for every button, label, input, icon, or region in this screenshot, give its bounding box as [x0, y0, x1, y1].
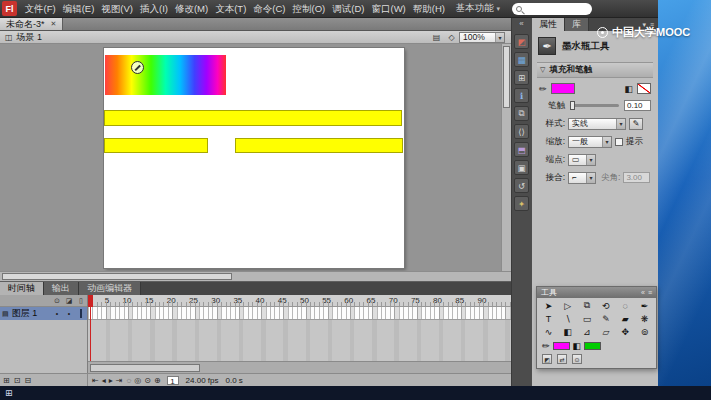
- tool-icon[interactable]: ⊿: [577, 325, 596, 338]
- tool-icon[interactable]: ▱: [596, 325, 615, 338]
- menu-item[interactable]: 调试(D): [329, 0, 368, 18]
- tool-icon[interactable]: ✥: [616, 325, 635, 338]
- tool-icon[interactable]: T: [539, 312, 558, 325]
- edit-stroke-style-button[interactable]: ✎: [629, 118, 643, 130]
- tool-icon[interactable]: ✒: [635, 299, 654, 312]
- tab-output[interactable]: 输出: [44, 282, 79, 295]
- tab-timeline[interactable]: 时间轴: [0, 282, 44, 295]
- new-layer-button[interactable]: ⊞: [3, 376, 10, 385]
- edit-multiple-frames-icon[interactable]: ⊙: [144, 376, 151, 385]
- layer-lock-dot[interactable]: •: [63, 310, 75, 317]
- onion-skin-icon[interactable]: ◌: [126, 376, 131, 385]
- workspace-switcher[interactable]: 基本功能 ▾: [455, 2, 500, 15]
- tool-icon[interactable]: ⊚: [635, 325, 654, 338]
- tool-option-icon[interactable]: ◩: [542, 354, 552, 364]
- tool-icon[interactable]: ▰: [616, 312, 635, 325]
- stroke-weight-input[interactable]: 0.10: [624, 100, 651, 111]
- new-folder-button[interactable]: ⊡: [14, 376, 21, 385]
- cap-select[interactable]: ▭ ▾: [568, 154, 596, 166]
- scale-select[interactable]: 一般 ▾: [568, 136, 612, 148]
- layer-outline-swatch[interactable]: [75, 310, 87, 317]
- slider-thumb[interactable]: [570, 101, 575, 110]
- stroke-color-swatch[interactable]: [553, 342, 570, 350]
- panel-icon[interactable]: ⧉: [514, 106, 529, 121]
- menu-item[interactable]: 插入(I): [136, 0, 171, 18]
- rainbow-gradient-rectangle[interactable]: [105, 55, 226, 95]
- stage-canvas[interactable]: [104, 48, 404, 268]
- stroke-weight-slider[interactable]: [570, 104, 619, 107]
- document-tab[interactable]: 未命名-3* ✕: [0, 18, 63, 30]
- first-frame-button[interactable]: ⇤: [92, 376, 99, 385]
- play-button[interactable]: ▸: [109, 376, 113, 385]
- start-button[interactable]: ⊞: [5, 386, 13, 400]
- edit-scene-icon[interactable]: ▤: [430, 33, 443, 42]
- tool-icon[interactable]: ➤: [539, 299, 558, 312]
- miter-input[interactable]: 3.00: [623, 172, 650, 183]
- menu-item[interactable]: 控制(O): [289, 0, 329, 18]
- layer-visible-dot[interactable]: •: [51, 310, 63, 317]
- tab-properties[interactable]: 属性: [532, 18, 565, 31]
- layer-name[interactable]: 图层 1: [12, 307, 51, 320]
- hint-checkbox[interactable]: [615, 138, 623, 146]
- menu-item[interactable]: 文件(F): [21, 0, 59, 18]
- scene-breadcrumb[interactable]: 场景 1: [17, 31, 43, 44]
- horizontal-scrollbar-thumb[interactable]: [2, 273, 232, 280]
- outline-icon[interactable]: ▯: [75, 297, 87, 305]
- tab-motion-editor[interactable]: 动画编辑器: [79, 282, 141, 295]
- close-icon[interactable]: ✕: [51, 20, 57, 28]
- tools-panel-titlebar[interactable]: 工具 « ≡: [537, 287, 656, 298]
- search-input[interactable]: [525, 4, 588, 14]
- panel-icon[interactable]: ✦: [514, 196, 529, 211]
- join-select[interactable]: ⌐ ▾: [568, 172, 596, 184]
- expand-panels-icon[interactable]: «: [519, 18, 523, 30]
- fill-color-swatch[interactable]: [584, 342, 601, 350]
- panel-icon[interactable]: ▦: [514, 52, 529, 67]
- layer-frames-row[interactable]: [88, 307, 511, 320]
- tool-icon[interactable]: ⧉: [577, 299, 596, 312]
- frame-ruler[interactable]: 51015202530354045505560657075808590: [88, 295, 511, 307]
- tool-icon[interactable]: ∖: [558, 312, 577, 325]
- yellow-bar-right[interactable]: [235, 138, 403, 153]
- yellow-bar-left[interactable]: [104, 138, 208, 153]
- tool-icon[interactable]: ◌: [616, 299, 635, 312]
- panel-icon[interactable]: ⊞: [514, 70, 529, 85]
- panel-icon[interactable]: ◩: [514, 34, 529, 49]
- next-frame-button[interactable]: ⇥: [116, 376, 123, 385]
- prev-frame-button[interactable]: ◂: [102, 376, 106, 385]
- tool-option-icon[interactable]: ⇄: [557, 354, 567, 364]
- search-box[interactable]: [512, 3, 592, 15]
- tool-icon[interactable]: ▭: [577, 312, 596, 325]
- fill-color-swatch[interactable]: [637, 83, 651, 94]
- horizontal-scrollbar[interactable]: [0, 271, 511, 281]
- panel-icon[interactable]: ⟨⟩: [514, 124, 529, 139]
- tool-icon[interactable]: ◧: [558, 325, 577, 338]
- panel-icon[interactable]: ⬒: [514, 142, 529, 157]
- onion-outline-icon[interactable]: ◎: [134, 376, 141, 385]
- collapse-icon[interactable]: «: [641, 289, 645, 296]
- panel-menu-icon[interactable]: ≡: [648, 289, 652, 296]
- menu-item[interactable]: 编辑(E): [59, 0, 98, 18]
- tab-library[interactable]: 库: [565, 18, 589, 31]
- menu-item[interactable]: 文本(T): [212, 0, 250, 18]
- vertical-scrollbar[interactable]: [501, 44, 511, 271]
- playhead-marker[interactable]: [88, 295, 93, 307]
- modify-markers-icon[interactable]: ⊕: [154, 376, 161, 385]
- show-hide-icon[interactable]: ⊙: [51, 297, 63, 305]
- menu-item[interactable]: 修改(M): [171, 0, 211, 18]
- panel-icon[interactable]: ↺: [514, 178, 529, 193]
- tool-icon[interactable]: ✎: [596, 312, 615, 325]
- tool-icon[interactable]: ▷: [558, 299, 577, 312]
- panel-icon[interactable]: ℹ: [514, 88, 529, 103]
- frames-scrollbar-thumb[interactable]: [90, 364, 200, 372]
- frame-rate-value[interactable]: 24.00 fps: [186, 376, 219, 385]
- tool-option-icon[interactable]: ⊙: [572, 354, 582, 364]
- lock-icon[interactable]: ◪: [63, 297, 75, 305]
- zoom-select[interactable]: 100% ▾: [459, 32, 505, 43]
- fill-stroke-section-header[interactable]: ▽ 填充和笔触: [537, 62, 653, 78]
- delete-layer-button[interactable]: ⊟: [24, 376, 31, 385]
- stroke-color-swatch[interactable]: [551, 83, 575, 94]
- menu-item[interactable]: 帮助(H): [409, 0, 448, 18]
- tool-icon[interactable]: ❋: [635, 312, 654, 325]
- edit-symbol-icon[interactable]: ◇: [445, 33, 458, 42]
- menu-item[interactable]: 视图(V): [98, 0, 137, 18]
